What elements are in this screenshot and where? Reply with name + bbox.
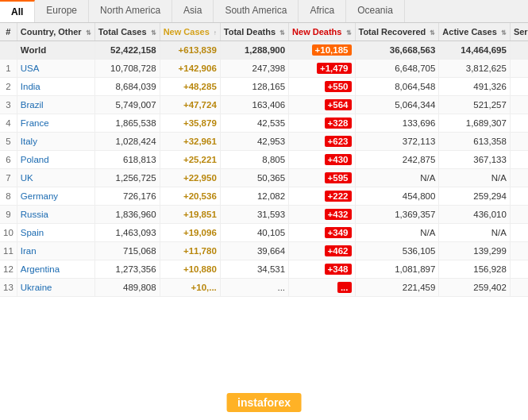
row-active-cases: 259,294 <box>439 187 511 206</box>
row-active-cases: 521,257 <box>439 96 511 114</box>
row-new-cases: +22,950 <box>160 169 220 187</box>
row-country[interactable]: Spain <box>17 224 94 242</box>
sort-icon-total-deaths[interactable]: ⇅ <box>279 29 285 37</box>
row-total-cases: 1,463,093 <box>94 224 160 242</box>
tab-south-america[interactable]: South America <box>214 0 299 22</box>
row-num: 2 <box>0 78 17 96</box>
row-total-deaths: 12,082 <box>220 187 288 206</box>
row-serious: 8,318 <box>510 96 528 114</box>
row-country[interactable]: Ukraine <box>17 279 94 297</box>
row-total-deaths: 8,805 <box>220 151 288 169</box>
row-total-recovered: 6,648,705 <box>355 60 439 78</box>
row-num: 12 <box>0 260 17 279</box>
row-total-cases: 1,028,424 <box>94 133 160 151</box>
row-serious: 3,081 <box>510 133 528 151</box>
row-country[interactable]: Brazil <box>17 96 94 114</box>
row-total-deaths: 50,365 <box>220 169 288 187</box>
table-row: 13Ukraine489,808+10,.........221,459259,… <box>0 279 528 297</box>
row-num: 4 <box>0 114 17 133</box>
table-row: 4France1,865,538+35,87942,535+328133,696… <box>0 114 528 133</box>
row-country[interactable]: Germany <box>17 187 94 206</box>
row-new-deaths: +430 <box>289 151 355 169</box>
row-total-deaths: 40,105 <box>220 224 288 242</box>
table-row: 7UK1,256,725+22,95050,365+595N/AN/A1,219 <box>0 169 528 187</box>
tab-europe[interactable]: Europe <box>35 0 89 22</box>
row-country[interactable]: Italy <box>17 133 94 151</box>
row-total-cases: 1,273,356 <box>94 260 160 279</box>
row-serious: 3,127 <box>510 187 528 206</box>
sort-icon-new-cases[interactable]: ↑ <box>214 29 217 37</box>
row-new-cases: +48,285 <box>160 78 220 96</box>
row-total-cases: 715,068 <box>94 242 160 260</box>
row-country[interactable]: USA <box>17 60 94 78</box>
row-new-deaths: +349 <box>289 224 355 242</box>
row-num: 10 <box>0 224 17 242</box>
table-row: 6Poland618,813+25,2218,805+430242,875367… <box>0 151 528 169</box>
row-num: 5 <box>0 133 17 151</box>
row-country[interactable]: Iran <box>17 242 94 260</box>
row-num: 1 <box>0 60 17 78</box>
row-country[interactable]: UK <box>17 169 94 187</box>
row-new-deaths: +432 <box>289 206 355 224</box>
row-serious: 1,975 <box>510 151 528 169</box>
sort-icon-new-deaths[interactable]: ⇅ <box>346 29 352 37</box>
row-total-recovered: 221,459 <box>355 279 439 297</box>
row-total-cases: 726,176 <box>94 187 160 206</box>
col-total-deaths: Total Deaths ⇅ <box>220 23 288 41</box>
row-serious: 18,683 <box>510 60 528 78</box>
table-row: 5Italy1,028,424+32,96142,953+623372,1136… <box>0 133 528 151</box>
row-country[interactable]: France <box>17 114 94 133</box>
col-num: # <box>0 23 17 41</box>
sort-icon-total-cases[interactable]: ⇅ <box>151 29 156 37</box>
row-new-deaths: +1,479 <box>289 60 355 78</box>
row-total-recovered: 8,064,548 <box>355 78 439 96</box>
row-new-cases: +32,961 <box>160 133 220 151</box>
row-new-cases: +19,851 <box>160 206 220 224</box>
tab-oceania[interactable]: Oceania <box>346 0 405 22</box>
row-new-deaths: +328 <box>289 114 355 133</box>
tab-all[interactable]: All <box>0 0 35 22</box>
tab-africa[interactable]: Africa <box>299 0 346 22</box>
col-new-cases: New Cases ↑ <box>160 23 220 41</box>
row-new-cases: +20,536 <box>160 187 220 206</box>
row-country[interactable]: Argentina <box>17 260 94 279</box>
world-serious: 94,763 <box>510 41 528 60</box>
row-total-cases: 1,865,538 <box>94 114 160 133</box>
tab-north-america[interactable]: North America <box>89 0 172 22</box>
row-country[interactable]: Russia <box>17 206 94 224</box>
table-row: 3Brazil5,749,007+47,724163,406+5645,064,… <box>0 96 528 114</box>
world-total-deaths: 1,288,900 <box>220 41 288 60</box>
sort-icon-active-cases[interactable]: ⇅ <box>501 29 507 37</box>
row-serious: 4,803 <box>510 114 528 133</box>
row-active-cases: 436,010 <box>439 206 511 224</box>
row-serious: 177 <box>510 279 528 297</box>
row-new-cases: +10,880 <box>160 260 220 279</box>
row-total-deaths: 42,535 <box>220 114 288 133</box>
row-total-recovered: N/A <box>355 224 439 242</box>
table-row: 9Russia1,836,960+19,85131,593+4321,369,3… <box>0 206 528 224</box>
row-active-cases: 259,402 <box>439 279 511 297</box>
table-row: 8Germany726,176+20,53612,082+222454,8002… <box>0 187 528 206</box>
row-active-cases: N/A <box>439 224 511 242</box>
world-row: World 52,422,158 +613,839 1,288,900 +10,… <box>0 41 528 60</box>
sort-icon-total-recovered[interactable]: ⇅ <box>430 29 435 37</box>
row-total-recovered: 1,081,897 <box>355 260 439 279</box>
row-total-recovered: 5,064,344 <box>355 96 439 114</box>
row-total-cases: 618,813 <box>94 151 160 169</box>
row-new-deaths: +564 <box>289 96 355 114</box>
row-num: 6 <box>0 151 17 169</box>
row-total-deaths: ... <box>220 279 288 297</box>
col-total-cases: Total Cases ⇅ <box>94 23 160 41</box>
tab-asia[interactable]: Asia <box>172 0 214 22</box>
col-country: Country, Other ⇅ <box>17 23 94 41</box>
row-total-deaths: 34,531 <box>220 260 288 279</box>
world-total-cases: 52,422,158 <box>94 41 160 60</box>
sort-icon-country[interactable]: ⇅ <box>86 29 91 37</box>
table-row: 11Iran715,068+11,78039,664+462536,105139… <box>0 242 528 260</box>
row-country[interactable]: India <box>17 78 94 96</box>
row-num: 3 <box>0 96 17 114</box>
row-new-deaths: +550 <box>289 78 355 96</box>
row-serious: 2,300 <box>510 206 528 224</box>
row-total-deaths: 128,165 <box>220 78 288 96</box>
row-country[interactable]: Poland <box>17 151 94 169</box>
